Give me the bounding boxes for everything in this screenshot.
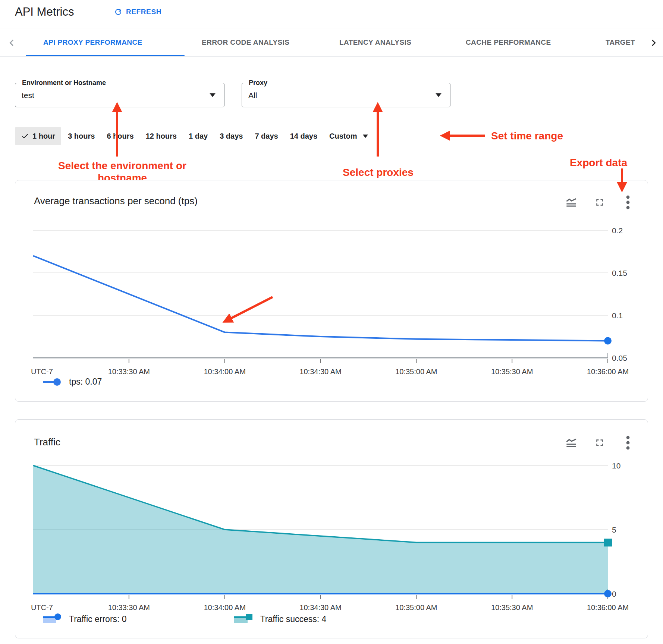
tabbar-divider: [0, 56, 663, 57]
y-axis-label: 0.1: [612, 311, 623, 320]
traffic-chart-toolbar: [565, 436, 634, 449]
time-range-12-hours[interactable]: 12 hours: [141, 127, 182, 145]
time-range-selected-label: 1 hour: [32, 132, 55, 141]
end-marker-square: [604, 539, 612, 546]
legend-area-square-swatch: [233, 613, 254, 625]
tps-chart-card: Average transactions per second (tps) 0.…: [15, 180, 648, 402]
legend-item: Traffic errors: 0: [42, 613, 127, 625]
proxy-select-label: Proxy: [246, 79, 270, 87]
y-axis-label: 5: [612, 525, 616, 534]
dropdown-caret-icon: [434, 92, 443, 99]
proxy-select[interactable]: Proxy All: [242, 83, 450, 107]
time-range-6-hours[interactable]: 6 hours: [101, 127, 139, 145]
time-range-7-days[interactable]: 7 days: [249, 127, 283, 145]
x-axis-label: 10:35:30 AM: [491, 603, 533, 612]
environment-select-value: test: [22, 91, 34, 100]
time-range-3-days[interactable]: 3 days: [214, 127, 248, 145]
traffic-chart-title: Traffic: [34, 436, 60, 448]
legend-item: tps: 0.07: [42, 377, 102, 387]
x-axis-label: 10:34:00 AM: [204, 367, 246, 376]
series-line: [33, 256, 608, 341]
tps-chart-title: Average transactions per second (tps): [34, 195, 198, 207]
proxy-select-value: All: [248, 91, 257, 100]
tps-line-chart[interactable]: 0.20.150.10.0510:33:30 AM10:34:00 AM10:3…: [15, 214, 648, 378]
legend-text: Traffic success: 4: [260, 614, 327, 624]
x-axis-label: 10:34:30 AM: [299, 367, 341, 376]
time-range-14-days[interactable]: 14 days: [285, 127, 323, 145]
time-range-1-day[interactable]: 1 day: [183, 127, 213, 145]
y-axis-label: 0.15: [612, 269, 627, 277]
end-marker-circle: [604, 337, 612, 344]
x-axis-label: 10:34:00 AM: [204, 603, 246, 612]
environment-select[interactable]: Environment or Hostname test: [15, 83, 224, 107]
traffic-chart-card: Traffic 105010:33:30 AM10:34:00 AM10:34:…: [15, 419, 648, 638]
x-axis-label: 10:34:30 AM: [299, 603, 341, 612]
legend-item: Traffic success: 4: [233, 613, 327, 625]
end-marker-circle: [604, 590, 612, 597]
time-range-selected-chip[interactable]: 1 hour: [15, 127, 61, 145]
fullscreen-icon[interactable]: [593, 436, 606, 449]
x-axis-timezone-label: UTC-7: [31, 367, 53, 376]
custom-label: Custom: [329, 132, 357, 141]
x-axis-label: 10:36:00 AM: [587, 603, 629, 612]
x-axis-label: 10:35:00 AM: [395, 603, 437, 612]
tabs-scroll-left-icon[interactable]: [5, 37, 18, 49]
time-range-3-hours[interactable]: 3 hours: [63, 127, 100, 145]
tab-cache-performance[interactable]: CACHE PERFORMANCE: [466, 28, 551, 57]
tab-latency-analysis[interactable]: LATENCY ANALYSIS: [339, 28, 411, 57]
x-axis-label: 10:33:30 AM: [108, 603, 150, 612]
tps-chart-legend: tps: 0.07: [42, 377, 102, 387]
legend-text: Traffic errors: 0: [69, 614, 127, 624]
time-range-bar: 1 hour 3 hours6 hours12 hours1 day3 days…: [15, 127, 374, 145]
legend-text: tps: 0.07: [69, 377, 102, 387]
check-icon: [21, 132, 29, 140]
more-options-kebab-icon[interactable]: [622, 436, 634, 449]
x-axis-timezone-label: UTC-7: [31, 603, 53, 612]
tab-bar: API PROXY PERFORMANCEERROR CODE ANALYSIS…: [0, 28, 663, 57]
y-axis-label: 10: [612, 461, 620, 470]
tab-api-proxy-performance[interactable]: API PROXY PERFORMANCE: [43, 28, 142, 57]
traffic-chart-legend: Traffic errors: 0Traffic success: 4: [42, 613, 326, 625]
legend-line-dot-swatch: [42, 377, 63, 387]
refresh-label: REFRESH: [126, 8, 161, 16]
annotation-export-data: Export data: [570, 157, 627, 169]
x-axis-label: 10:35:30 AM: [491, 367, 533, 376]
api-metrics-page: API Metrics REFRESH API PROXY PERFORMANC…: [0, 0, 663, 644]
page-title: API Metrics: [15, 5, 74, 19]
fullscreen-icon[interactable]: [593, 196, 606, 209]
tps-chart-toolbar: [565, 196, 634, 209]
tabs-scroll-right-icon[interactable]: [647, 37, 660, 49]
dropdown-caret-icon: [362, 134, 369, 139]
x-axis-label: 10:36:00 AM: [587, 367, 629, 376]
dropdown-caret-icon: [208, 92, 217, 99]
y-axis-label: 0: [612, 590, 616, 598]
tab-error-code-analysis[interactable]: ERROR CODE ANALYSIS: [202, 28, 289, 57]
y-axis-label: 0.2: [612, 226, 623, 235]
chart-type-icon[interactable]: [565, 436, 578, 449]
x-axis-label: 10:33:30 AM: [108, 367, 150, 376]
refresh-button[interactable]: REFRESH: [114, 7, 161, 16]
traffic-area-chart[interactable]: 105010:33:30 AM10:34:00 AM10:34:30 AM10:…: [15, 451, 648, 619]
annotation-select-proxies: Select proxies: [329, 166, 427, 179]
refresh-icon: [114, 7, 123, 16]
time-range-custom-button[interactable]: Custom: [324, 127, 374, 145]
chart-type-icon[interactable]: [565, 196, 578, 209]
legend-area-dot-swatch: [42, 613, 63, 625]
x-axis-label: 10:35:00 AM: [395, 367, 437, 376]
tab-target[interactable]: TARGET: [606, 28, 645, 57]
environment-select-label: Environment or Hostname: [20, 79, 108, 87]
y-axis-label: 0.05: [612, 354, 627, 362]
more-options-kebab-icon[interactable]: [622, 196, 634, 209]
annotation-set-time-range: Set time range: [491, 130, 563, 142]
